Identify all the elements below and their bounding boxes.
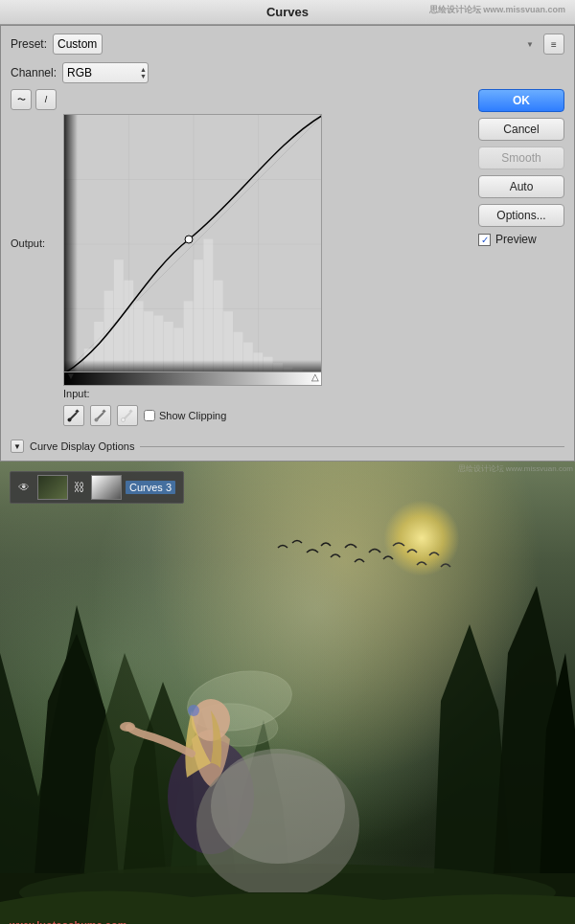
curve-display-options: ▼ Curve Display Options (11, 439, 564, 453)
right-panel: OK Cancel Smooth Auto Options... ✓ Previ… (478, 89, 564, 426)
title-bar: Curves 思绘设计论坛 www.missvuan.com (0, 0, 575, 25)
dialog-title: Curves (266, 5, 309, 19)
show-clipping-label: Show Clipping (159, 410, 226, 421)
options-button[interactable]: Options... (478, 204, 564, 227)
input-label: Input: (63, 388, 469, 399)
image-area: 👁 ⛓ Curves 3 www.luotaoshuma.com 梦涛数码后期修… (0, 462, 575, 924)
svg-point-2 (68, 418, 72, 422)
preset-row: Preset: Custom ≡ (1, 26, 574, 60)
output-label: Output: (11, 237, 45, 249)
channel-label: Channel: (11, 66, 57, 79)
auto-button[interactable]: Auto (478, 175, 564, 198)
rock (192, 682, 364, 892)
preset-select-wrapper: Custom (53, 34, 538, 55)
eyedropper-white[interactable] (117, 405, 138, 426)
layer-panel: 👁 ⛓ Curves 3 (10, 471, 184, 504)
curves-dialog: Preset: Custom ≡ Channel: RGB Red Green … (0, 25, 575, 462)
channel-select[interactable]: RGB Red Green Blue (62, 62, 149, 83)
svg-point-8 (122, 418, 126, 422)
curve-section: 〜 / Output: Input: (11, 89, 469, 426)
preview-row: ✓ Preview (478, 233, 564, 246)
watermark-top: 思绘设计论坛 www.missvuan.com (429, 4, 565, 16)
curve-tool-pencil[interactable]: 〜 (11, 89, 32, 110)
ok-button[interactable]: OK (478, 89, 564, 112)
channel-select-wrapper: RGB Red Green Blue ▲ ▼ (62, 62, 149, 83)
svg-point-5 (95, 418, 99, 422)
preset-label: Preset: (11, 37, 47, 51)
curve-tool-line[interactable]: / (35, 89, 57, 110)
layer-thumbnail-1 (37, 475, 68, 500)
smooth-button: Smooth (478, 146, 564, 169)
divider-line (140, 446, 564, 447)
layer-name: Curves 3 (126, 481, 175, 494)
preset-menu-button[interactable]: ≡ (543, 34, 564, 55)
curve-tools: 〜 / (11, 89, 469, 110)
layer-visibility-icon[interactable]: 👁 (14, 480, 34, 495)
watermark-bottom: www.luotaoshuma.com (10, 919, 126, 924)
preview-label: Preview (495, 233, 537, 246)
main-content: 〜 / Output: Input: (1, 89, 574, 434)
graph-wrapper: Output: (63, 114, 469, 372)
curve-graph[interactable] (63, 114, 322, 372)
channel-row: Channel: RGB Red Green Blue ▲ ▼ (1, 60, 574, 89)
curve-display-label: Curve Display Options (30, 440, 134, 452)
svg-point-26 (120, 722, 135, 732)
preset-select[interactable]: Custom (53, 34, 103, 55)
watermark-tr: 思绘设计论坛 www.missvuan.com (456, 462, 575, 476)
cancel-button[interactable]: Cancel (478, 118, 564, 141)
show-clipping-row: Show Clipping (144, 410, 226, 421)
birds-svg (268, 519, 460, 596)
gradient-bar-bottom (63, 372, 322, 386)
eyedropper-row: Show Clipping (63, 405, 469, 426)
svg-point-28 (211, 749, 345, 864)
eyedropper-black[interactable] (63, 405, 84, 426)
layer-thumbnail-2 (91, 475, 122, 500)
graph-area (63, 114, 469, 372)
preview-checkbox[interactable]: ✓ (478, 234, 491, 246)
eyedropper-gray[interactable] (90, 405, 111, 426)
disclosure-button[interactable]: ▼ (11, 439, 24, 453)
show-clipping-checkbox[interactable] (144, 410, 155, 421)
layer-chain-icon: ⛓ (72, 481, 87, 494)
